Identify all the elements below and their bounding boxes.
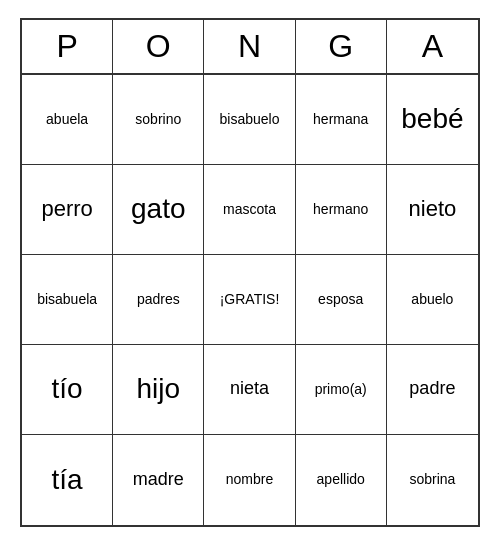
cell-r0-c4: bebé — [387, 75, 478, 165]
cell-r3-c3: primo(a) — [296, 345, 387, 435]
cell-r2-c0: bisabuela — [22, 255, 113, 345]
header-letter: N — [204, 20, 295, 73]
cell-r0-c0: abuela — [22, 75, 113, 165]
cell-r3-c0: tío — [22, 345, 113, 435]
header-letter: A — [387, 20, 478, 73]
cell-r1-c2: mascota — [204, 165, 295, 255]
cell-r2-c3: esposa — [296, 255, 387, 345]
header-letter: P — [22, 20, 113, 73]
header-letter: G — [296, 20, 387, 73]
cell-r4-c1: madre — [113, 435, 204, 525]
cell-r2-c2: ¡GRATIS! — [204, 255, 295, 345]
bingo-card: PONGA abuelasobrinobisabuelohermanabebép… — [20, 18, 480, 527]
cell-r3-c2: nieta — [204, 345, 295, 435]
cell-r4-c3: apellido — [296, 435, 387, 525]
bingo-grid: abuelasobrinobisabuelohermanabebéperroga… — [22, 75, 478, 525]
cell-r2-c1: padres — [113, 255, 204, 345]
cell-r4-c0: tía — [22, 435, 113, 525]
cell-r0-c2: bisabuelo — [204, 75, 295, 165]
cell-r0-c1: sobrino — [113, 75, 204, 165]
cell-r1-c0: perro — [22, 165, 113, 255]
cell-r0-c3: hermana — [296, 75, 387, 165]
cell-r1-c1: gato — [113, 165, 204, 255]
cell-r4-c2: nombre — [204, 435, 295, 525]
cell-r4-c4: sobrina — [387, 435, 478, 525]
cell-r1-c4: nieto — [387, 165, 478, 255]
cell-r2-c4: abuelo — [387, 255, 478, 345]
cell-r1-c3: hermano — [296, 165, 387, 255]
header-letter: O — [113, 20, 204, 73]
cell-r3-c1: hijo — [113, 345, 204, 435]
bingo-header: PONGA — [22, 20, 478, 75]
cell-r3-c4: padre — [387, 345, 478, 435]
